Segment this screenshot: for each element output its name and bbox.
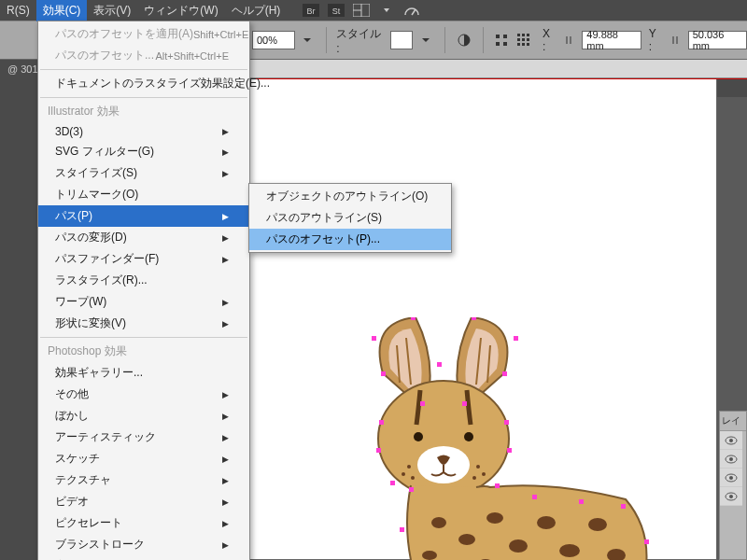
layout-icon[interactable] xyxy=(351,2,372,19)
svg-point-71 xyxy=(729,495,733,498)
align-icon[interactable] xyxy=(493,31,512,49)
zoom-field[interactable]: 00% xyxy=(252,31,295,49)
y-field[interactable]: 50.036 mm xyxy=(688,31,747,49)
svg-point-34 xyxy=(422,551,437,560)
menu-effect[interactable]: 効果(C) xyxy=(36,0,88,21)
svg-rect-20 xyxy=(522,43,525,46)
menu-item[interactable]: トリムマーク(O) xyxy=(38,184,249,205)
menu-item[interactable]: パス(P)▶ xyxy=(38,205,249,227)
svg-rect-44 xyxy=(372,336,376,341)
svg-point-27 xyxy=(402,472,405,476)
svg-point-65 xyxy=(729,439,733,442)
svg-rect-16 xyxy=(517,38,520,41)
svg-point-67 xyxy=(729,457,733,461)
submenu-item[interactable]: オブジェクトのアウトライン(O) xyxy=(249,186,451,207)
svg-rect-48 xyxy=(514,336,518,341)
menu-item[interactable]: 形状に変換(V)▶ xyxy=(38,313,249,334)
svg-point-33 xyxy=(458,534,475,545)
menu-raster-settings[interactable]: ドキュメントのラスタライズ効果設定(E)... xyxy=(38,73,249,94)
menu-item[interactable]: 効果ギャラリー... xyxy=(38,362,249,384)
visibility-icon[interactable] xyxy=(720,469,742,487)
menu-item[interactable]: 変形▶ xyxy=(38,555,249,560)
effect-menu: パスのオフセットを適用(A)Shift+Ctrl+E パスのオフセット...Al… xyxy=(37,21,250,560)
visibility-icon[interactable] xyxy=(720,487,742,506)
selected-artwork[interactable] xyxy=(364,317,682,560)
layers-panel[interactable]: レイ xyxy=(719,411,747,560)
menu-item[interactable]: ビデオ▶ xyxy=(38,491,249,512)
svg-rect-57 xyxy=(400,527,404,532)
menu-select[interactable]: R(S) xyxy=(0,1,36,20)
menu-item[interactable]: ラスタライズ(R)... xyxy=(38,270,249,291)
menu-item[interactable]: スケッチ▶ xyxy=(38,448,249,469)
svg-rect-63 xyxy=(462,401,467,406)
menu-item[interactable]: アーティスティック▶ xyxy=(38,427,249,448)
menu-item[interactable]: 3D(3)▶ xyxy=(38,122,249,141)
style-dropdown-icon[interactable] xyxy=(416,31,435,49)
svg-rect-9 xyxy=(496,35,500,38)
svg-rect-15 xyxy=(527,34,529,36)
svg-point-29 xyxy=(476,465,480,469)
svg-rect-59 xyxy=(579,499,584,504)
svg-rect-61 xyxy=(644,539,649,544)
svg-rect-17 xyxy=(522,38,525,41)
menu-help[interactable]: ヘルプ(H) xyxy=(225,0,288,21)
svg-rect-14 xyxy=(522,34,525,36)
path-submenu: オブジェクトのアウトライン(O)パスのアウトライン(S)パスのオフセット(P).… xyxy=(248,183,452,253)
opacity-icon[interactable] xyxy=(455,31,473,49)
visibility-icon[interactable] xyxy=(720,431,742,450)
svg-point-31 xyxy=(472,476,476,480)
menu-item[interactable]: パスファインダー(F)▶ xyxy=(38,248,249,270)
svg-rect-13 xyxy=(517,34,520,36)
y-label: Y : xyxy=(649,27,662,53)
svg-rect-60 xyxy=(621,504,626,509)
svg-rect-50 xyxy=(379,420,384,425)
svg-rect-56 xyxy=(409,487,414,492)
svg-rect-58 xyxy=(532,495,537,499)
y-link-icon[interactable] xyxy=(666,31,684,49)
svg-point-28 xyxy=(411,476,415,480)
menu-item[interactable]: パスの変形(D)▶ xyxy=(38,227,249,248)
svg-point-35 xyxy=(486,512,503,524)
menu-item[interactable]: ピクセレート▶ xyxy=(38,512,249,534)
st-icon[interactable]: St xyxy=(326,2,346,19)
svg-rect-12 xyxy=(503,42,507,46)
svg-point-24 xyxy=(464,432,473,441)
svg-rect-52 xyxy=(376,448,381,453)
dropdown-icon[interactable] xyxy=(376,2,397,19)
svg-rect-47 xyxy=(472,317,476,320)
menu-window[interactable]: ウィンドウ(W) xyxy=(137,0,224,21)
submenu-item[interactable]: パスのアウトライン(S) xyxy=(249,207,451,229)
menu-item[interactable]: その他▶ xyxy=(38,384,249,405)
submenu-item[interactable]: パスのオフセット(P)... xyxy=(249,229,451,250)
svg-point-23 xyxy=(414,432,423,441)
menu-header-ps: Photoshop 効果 xyxy=(38,341,249,362)
gauge-icon[interactable] xyxy=(402,2,422,19)
menubar: R(S) 効果(C) 表示(V) ウィンドウ(W) ヘルプ(H) Br St xyxy=(0,0,747,21)
menu-item[interactable]: ぼかし▶ xyxy=(38,405,249,427)
svg-rect-49 xyxy=(502,371,507,376)
svg-point-32 xyxy=(431,517,446,528)
menu-item[interactable]: スタイライズ(S)▶ xyxy=(38,162,249,184)
br-icon[interactable]: Br xyxy=(301,2,321,19)
style-field[interactable] xyxy=(390,31,413,49)
menu-item[interactable]: ブラシストローク▶ xyxy=(38,534,249,555)
x-label: X : xyxy=(543,27,556,53)
visibility-icon[interactable] xyxy=(720,450,742,469)
x-field[interactable]: 49.888 mm xyxy=(582,31,641,49)
menu-item[interactable]: SVG フィルター(G)▶ xyxy=(38,141,249,162)
x-link-icon[interactable] xyxy=(560,31,579,49)
style-label: スタイル : xyxy=(336,26,387,55)
zoom-dropdown-icon[interactable] xyxy=(299,31,317,49)
svg-rect-51 xyxy=(504,420,509,425)
menu-view[interactable]: 表示(V) xyxy=(87,0,137,21)
svg-rect-11 xyxy=(496,42,500,46)
svg-rect-19 xyxy=(517,43,520,46)
layers-tab[interactable]: レイ xyxy=(720,412,746,431)
svg-rect-55 xyxy=(495,483,500,488)
grid-icon[interactable] xyxy=(514,31,533,49)
svg-rect-62 xyxy=(420,401,425,406)
svg-rect-46 xyxy=(437,362,442,367)
menu-item[interactable]: ワープ(W)▶ xyxy=(38,291,249,313)
svg-rect-54 xyxy=(390,481,395,485)
menu-item[interactable]: テクスチャ▶ xyxy=(38,469,249,491)
